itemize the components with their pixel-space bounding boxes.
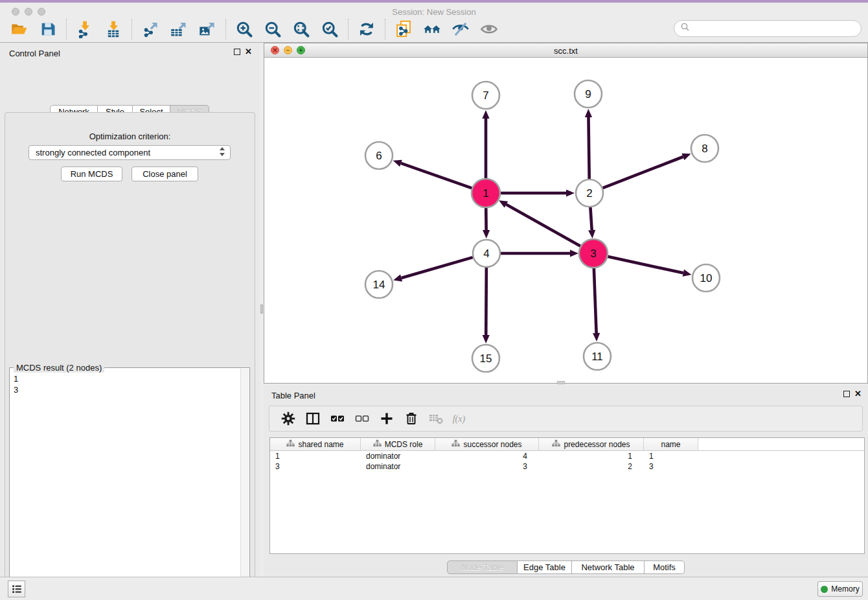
cell-shared-name[interactable]: 1 [270, 451, 361, 461]
graph-node-label-15: 15 [480, 352, 492, 365]
table-delete-button [427, 410, 445, 428]
column-header-shared-name[interactable]: shared name [270, 438, 361, 450]
graph-node-label-14: 14 [373, 279, 385, 291]
memory-button[interactable]: Memory [817, 581, 863, 597]
edge-4-15[interactable] [486, 268, 486, 335]
export-table-button[interactable] [169, 19, 188, 39]
search-icon [680, 21, 691, 36]
edge-2-3[interactable] [590, 207, 591, 230]
column-header-predecessor-nodes[interactable]: predecessor nodes [539, 438, 644, 450]
show-graphics-button[interactable] [479, 19, 499, 39]
delete-column-button[interactable] [402, 410, 420, 428]
graph-node-label-9: 9 [585, 88, 591, 100]
column-tree-icon [451, 439, 460, 450]
horizontal-splitter-grip[interactable] [557, 381, 565, 384]
save-button[interactable] [38, 19, 58, 39]
import-network-button[interactable] [75, 19, 95, 39]
table-body: 1dominator4113dominator323 [270, 451, 864, 472]
select-stepper-icon [218, 146, 226, 159]
edge-arrow-3-10 [683, 270, 692, 277]
toolbar-separator [348, 19, 348, 40]
edge-2-8[interactable] [603, 157, 683, 188]
import-table-button[interactable] [104, 19, 123, 39]
task-history-button[interactable] [8, 581, 25, 597]
zoom-selected-button[interactable] [320, 19, 339, 39]
network-window-titlebar[interactable]: ✕ − + scc.txt [264, 43, 867, 58]
svg-text:f(x): f(x) [453, 414, 466, 424]
zoom-in-button[interactable] [234, 19, 254, 39]
toolbar-separator [66, 19, 67, 40]
close-table-panel-icon[interactable]: ✕ [854, 391, 862, 397]
edge-3-1[interactable] [506, 205, 580, 247]
export-image-button[interactable] [198, 19, 217, 39]
tab-motifs[interactable]: Motifs [645, 560, 685, 574]
column-header-MCDS-role[interactable]: MCDS role [361, 438, 435, 450]
export-network-button[interactable] [141, 19, 160, 39]
mcds-result-list: 1 3 [14, 373, 18, 395]
zoom-fit-button[interactable] [291, 19, 311, 39]
edge-3-11[interactable] [594, 268, 597, 333]
graph-node-label-11: 11 [591, 351, 603, 363]
graph-node-label-4: 4 [483, 248, 489, 260]
function-builder-button: f(x) [451, 410, 470, 428]
tab-network-table[interactable]: Network Table [572, 560, 645, 574]
edge-2-9[interactable] [588, 117, 589, 179]
column-tree-icon [552, 439, 560, 450]
optimization-criterion-select[interactable]: strongly connected component [29, 145, 231, 160]
splitter-grip[interactable] [260, 305, 263, 314]
edge-arrow-3-11 [593, 333, 600, 341]
cell-predecessor-nodes[interactable]: 2 [539, 461, 644, 472]
close-panel-button[interactable]: Close panel [131, 167, 198, 181]
edge-arrow-1-6 [393, 160, 402, 167]
edge-4-14[interactable] [402, 257, 473, 278]
float-panel-icon[interactable] [234, 49, 240, 55]
refresh-button[interactable] [357, 19, 376, 39]
table-panel-title: Table Panel [271, 391, 315, 400]
cell-shared-name[interactable]: 3 [270, 461, 361, 472]
cell-successor-nodes[interactable]: 3 [435, 461, 539, 472]
cell-successor-nodes[interactable]: 4 [435, 451, 539, 461]
cell-predecessor-nodes[interactable]: 1 [539, 451, 644, 461]
edge-arrow-1-7 [482, 110, 489, 119]
column-header-successor-nodes[interactable]: successor nodes [435, 438, 539, 450]
result-scrollbar[interactable] [240, 369, 249, 600]
column-header-name[interactable]: name [644, 438, 698, 450]
control-panel-title: Control Panel [9, 49, 60, 58]
edge-arrow-4-14 [393, 275, 402, 282]
cell-name[interactable]: 1 [644, 451, 698, 461]
copy-network-button[interactable] [394, 19, 413, 39]
cell-MCDS-role[interactable]: dominator [361, 451, 435, 461]
run-mcds-button[interactable]: Run MCDS [61, 167, 122, 181]
close-panel-icon[interactable]: ✕ [245, 49, 252, 55]
edge-arrow-4-3 [570, 249, 578, 257]
control-panel: Control Panel ✕ NetworkStyleSelectMCDS O… [0, 43, 260, 577]
deselect-all-button[interactable] [353, 410, 371, 428]
graph-node-label-10: 10 [700, 272, 713, 284]
homes-button[interactable] [422, 19, 442, 39]
network-graph-canvas[interactable]: 7968124314101511 [264, 58, 867, 383]
window-titlebar: Session: New Session [0, 3, 868, 16]
split-columns-button[interactable] [304, 410, 322, 428]
table-row-1[interactable]: 3dominator323 [270, 461, 864, 472]
graph-node-label-6: 6 [376, 150, 382, 162]
edge-3-10[interactable] [607, 257, 683, 273]
toolbar-separator [225, 19, 226, 40]
tab-node-table[interactable]: Node Table [447, 560, 518, 574]
search-box[interactable] [674, 20, 862, 37]
table-row-0[interactable]: 1dominator411 [270, 451, 864, 461]
add-column-button[interactable] [378, 410, 396, 428]
gear-button[interactable] [279, 410, 297, 428]
float-table-panel-icon[interactable] [843, 391, 850, 397]
edge-1-6[interactable] [401, 163, 472, 189]
select-all-button[interactable] [328, 410, 347, 428]
table-header-row: shared nameMCDS rolesuccessor nodesprede… [270, 438, 864, 451]
tab-edge-table[interactable]: Edge Table [518, 560, 572, 574]
zoom-out-button[interactable] [263, 19, 282, 39]
column-header-label: name [661, 440, 680, 449]
status-bar [0, 577, 868, 600]
network-window-title: scc.txt [264, 46, 867, 56]
open-folder-button[interactable] [10, 19, 29, 39]
hide-graphics-button[interactable] [451, 19, 470, 39]
cell-name[interactable]: 3 [644, 461, 698, 472]
cell-MCDS-role[interactable]: dominator [361, 461, 435, 472]
